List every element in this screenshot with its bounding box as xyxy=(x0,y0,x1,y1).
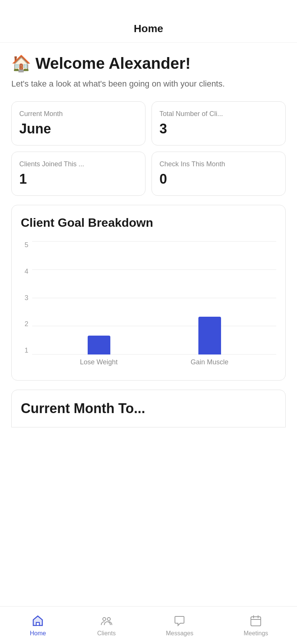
nav-label-clients: Clients xyxy=(97,630,116,637)
nav-item-home[interactable]: Home xyxy=(23,611,53,640)
nav-label-home: Home xyxy=(30,630,46,637)
stat-card-current-month: Current Month June xyxy=(11,101,145,146)
bar-group-lose-weight xyxy=(88,336,110,355)
welcome-text: Welcome Alexander! xyxy=(36,54,191,72)
welcome-section: 🏠 Welcome Alexander! Let's take a look a… xyxy=(11,54,286,90)
svg-point-2 xyxy=(107,618,110,621)
stats-grid: Current Month June Total Number of Cli..… xyxy=(11,101,286,196)
stat-card-clients-joined: Clients Joined This ... 1 xyxy=(11,152,145,196)
welcome-subtext: Let's take a look at what's been going o… xyxy=(11,78,286,90)
y-label-1: 1 xyxy=(21,347,28,355)
y-axis: 1 2 3 4 5 xyxy=(21,241,32,370)
home-icon xyxy=(31,614,45,628)
stat-card-check-ins: Check Ins This Month 0 xyxy=(152,152,286,196)
svg-point-1 xyxy=(103,618,106,621)
partial-card: Current Month To... xyxy=(11,390,286,427)
y-label-4: 4 xyxy=(21,268,28,276)
main-content: 🏠 Welcome Alexander! Let's take a look a… xyxy=(0,43,297,606)
bar-group-gain-muscle xyxy=(198,317,221,355)
nav-item-clients[interactable]: Clients xyxy=(91,611,122,640)
bottom-nav: Home Clients Messages xyxy=(0,606,297,644)
y-label-5: 5 xyxy=(21,241,28,249)
bar-gain-muscle xyxy=(198,317,221,355)
chart-title: Client Goal Breakdown xyxy=(21,216,276,230)
welcome-emoji: 🏠 xyxy=(11,54,31,72)
partial-card-title: Current Month To... xyxy=(21,401,276,416)
y-label-2: 2 xyxy=(21,320,28,328)
chart-area: 1 2 3 4 5 xyxy=(21,241,276,370)
page-title: Home xyxy=(134,23,163,34)
chart-card: Client Goal Breakdown 1 2 3 4 5 xyxy=(11,205,286,381)
stat-label-3: Check Ins This Month xyxy=(159,160,278,168)
welcome-heading: 🏠 Welcome Alexander! xyxy=(11,54,286,73)
stat-value-2: 1 xyxy=(19,171,138,187)
bar-lose-weight xyxy=(88,336,110,355)
stat-value-0: June xyxy=(19,121,138,137)
meetings-icon xyxy=(249,614,263,628)
x-label-lose-weight: Lose Weight xyxy=(80,358,118,366)
chart-plot: Lose Weight Gain Muscle xyxy=(32,241,276,370)
x-labels: Lose Weight Gain Muscle xyxy=(32,355,276,370)
svg-rect-0 xyxy=(36,622,39,625)
header: Home xyxy=(0,0,297,43)
stat-value-3: 0 xyxy=(159,171,278,187)
nav-item-messages[interactable]: Messages xyxy=(160,611,200,640)
nav-item-meetings[interactable]: Meetings xyxy=(238,611,274,640)
bars-container xyxy=(32,241,276,355)
y-label-3: 3 xyxy=(21,294,28,302)
x-label-gain-muscle: Gain Muscle xyxy=(190,358,228,366)
stat-label-1: Total Number of Cli... xyxy=(159,110,278,118)
clients-icon xyxy=(100,614,113,628)
nav-label-meetings: Meetings xyxy=(244,630,268,637)
stat-label-2: Clients Joined This ... xyxy=(19,160,138,168)
svg-rect-3 xyxy=(251,617,261,626)
stat-card-total-clients: Total Number of Cli... 3 xyxy=(152,101,286,146)
nav-label-messages: Messages xyxy=(166,630,193,637)
stat-value-1: 3 xyxy=(159,121,278,137)
stat-label-0: Current Month xyxy=(19,110,138,118)
messages-icon xyxy=(173,614,186,628)
